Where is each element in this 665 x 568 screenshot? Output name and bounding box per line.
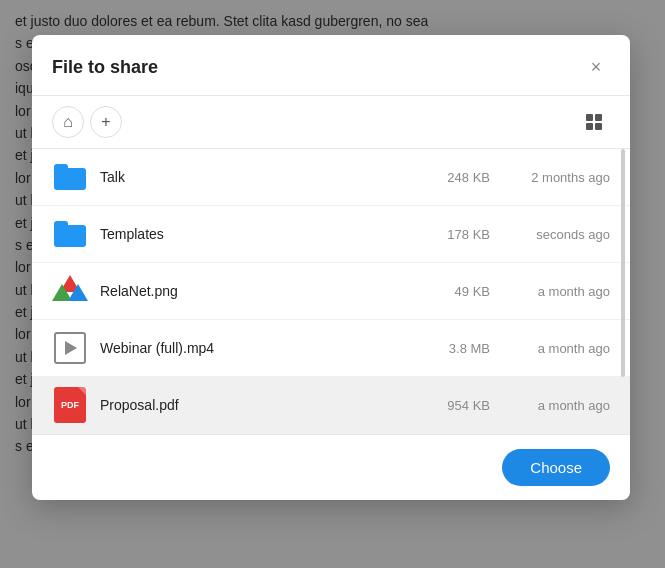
file-name: RelaNet.png bbox=[100, 283, 420, 299]
list-item[interactable]: Webinar (full).mp4 3.8 MB a month ago bbox=[32, 320, 630, 377]
file-size: 954 KB bbox=[420, 398, 490, 413]
list-item[interactable]: PDF Proposal.pdf 954 KB a month ago bbox=[32, 377, 630, 434]
file-list: Talk 248 KB 2 months ago Templates 178 K… bbox=[32, 149, 630, 434]
dialog-title: File to share bbox=[52, 57, 158, 78]
list-item[interactable]: Templates 178 KB seconds ago bbox=[32, 206, 630, 263]
file-size: 3.8 MB bbox=[420, 341, 490, 356]
file-name: Templates bbox=[100, 226, 420, 242]
add-icon: + bbox=[101, 113, 110, 131]
folder-icon bbox=[52, 159, 88, 195]
png-icon bbox=[52, 273, 88, 309]
file-date: a month ago bbox=[510, 284, 610, 299]
file-date: seconds ago bbox=[510, 227, 610, 242]
grid-view-button[interactable] bbox=[578, 106, 610, 138]
list-item[interactable]: RelaNet.png 49 KB a month ago bbox=[32, 263, 630, 320]
toolbar: ⌂ + bbox=[32, 96, 630, 149]
list-item[interactable]: Talk 248 KB 2 months ago bbox=[32, 149, 630, 206]
file-size: 248 KB bbox=[420, 170, 490, 185]
file-date: a month ago bbox=[510, 398, 610, 413]
add-button[interactable]: + bbox=[90, 106, 122, 138]
file-name: Proposal.pdf bbox=[100, 397, 420, 413]
choose-button[interactable]: Choose bbox=[502, 449, 610, 486]
file-name: Talk bbox=[100, 169, 420, 185]
scrollbar-thumb bbox=[621, 149, 625, 377]
file-name: Webinar (full).mp4 bbox=[100, 340, 420, 356]
close-button[interactable]: × bbox=[582, 53, 610, 81]
dialog-header: File to share × bbox=[32, 35, 630, 96]
file-date: a month ago bbox=[510, 341, 610, 356]
folder-icon bbox=[52, 216, 88, 252]
file-size: 49 KB bbox=[420, 284, 490, 299]
file-share-dialog: File to share × ⌂ + Talk bbox=[32, 35, 630, 500]
toolbar-left: ⌂ + bbox=[52, 106, 122, 138]
home-icon: ⌂ bbox=[63, 113, 73, 131]
video-icon bbox=[52, 330, 88, 366]
home-button[interactable]: ⌂ bbox=[52, 106, 84, 138]
grid-icon bbox=[586, 114, 602, 130]
dialog-footer: Choose bbox=[32, 434, 630, 500]
pdf-icon: PDF bbox=[52, 387, 88, 423]
scrollbar-track[interactable] bbox=[620, 149, 626, 434]
file-size: 178 KB bbox=[420, 227, 490, 242]
file-date: 2 months ago bbox=[510, 170, 610, 185]
